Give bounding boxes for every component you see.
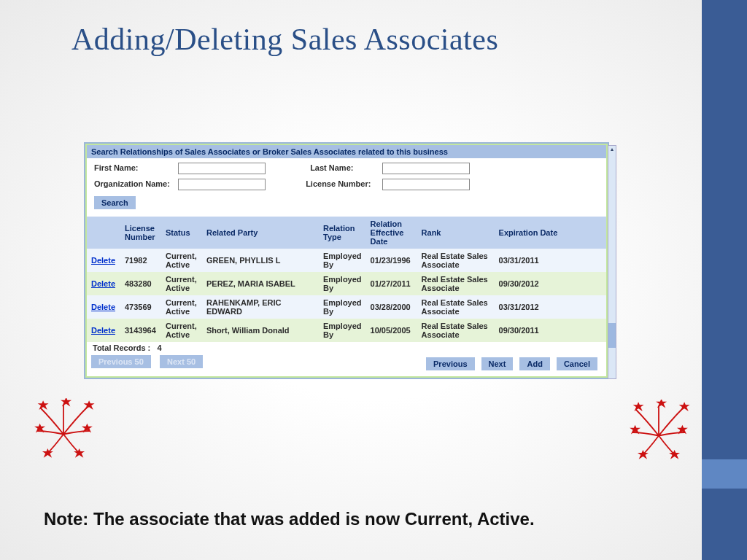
footer-buttons: Previous Next Add Cancel <box>422 357 597 370</box>
next-button[interactable]: Next <box>481 357 514 370</box>
cell-license: 473569 <box>120 295 161 319</box>
table-row: Delete71982Current, ActiveGREEN, PHYLLIS… <box>87 249 606 272</box>
search-area: First Name: Last Name: Organization Name… <box>87 158 606 212</box>
previous-50-button[interactable]: Previous 50 <box>91 355 151 368</box>
previous-button[interactable]: Previous <box>426 357 474 370</box>
cell-effdate: 10/05/2005 <box>366 319 417 342</box>
svg-marker-10 <box>632 427 638 432</box>
slide-note: Note: The associate that was added is no… <box>44 509 535 529</box>
col-exp: Expiration Date <box>495 217 606 249</box>
cell-effdate: 01/27/2011 <box>366 272 417 295</box>
firework-icon <box>626 400 692 465</box>
license-number-input[interactable] <box>382 179 470 190</box>
cell-status: Current, Active <box>161 249 202 272</box>
svg-marker-11 <box>679 427 686 432</box>
cell-rtype: Employed By <box>319 319 366 342</box>
cell-rank: Real Estate Sales Associate <box>417 319 495 342</box>
col-status: Status <box>161 217 202 249</box>
label-license-number: License Number: <box>306 179 380 188</box>
svg-marker-0 <box>40 402 47 408</box>
cell-rank: Real Estate Sales Associate <box>417 272 495 295</box>
cell-party: RAHENKAMP, ERIC EDWARD <box>202 295 319 319</box>
cell-status: Current, Active <box>161 272 202 295</box>
scroll-up-icon: ▴ <box>608 146 616 153</box>
label-last-name: Last Name: <box>310 163 380 172</box>
delete-link[interactable]: Delete <box>91 303 115 311</box>
results-table: License Number Status Related Party Rela… <box>87 217 606 342</box>
org-name-input[interactable] <box>178 179 266 190</box>
firework-icon <box>31 398 96 464</box>
svg-marker-4 <box>84 425 90 431</box>
cell-exp: 03/31/2011 <box>495 249 606 272</box>
col-party: Related Party <box>202 217 319 249</box>
cell-exp: 03/31/2012 <box>495 295 606 319</box>
delete-link[interactable]: Delete <box>91 279 115 288</box>
svg-marker-2 <box>86 402 93 408</box>
cancel-button[interactable]: Cancel <box>557 357 597 370</box>
svg-marker-3 <box>36 425 43 431</box>
add-button[interactable]: Add <box>519 357 549 370</box>
delete-link[interactable]: Delete <box>91 326 115 335</box>
label-first-name: First Name: <box>94 163 176 172</box>
search-button[interactable]: Search <box>94 196 136 209</box>
scrollbar[interactable]: ▴ <box>608 145 616 379</box>
app-panel: Search Relationships of Sales Associates… <box>84 142 609 379</box>
col-effdate: Relation Effective Date <box>366 217 417 249</box>
svg-marker-1 <box>63 399 69 405</box>
cell-party: Short, William Donald <box>202 319 319 342</box>
svg-marker-8 <box>658 400 665 406</box>
cell-rank: Real Estate Sales Associate <box>417 295 495 319</box>
svg-marker-9 <box>681 403 688 409</box>
col-rank: Rank <box>417 217 495 249</box>
cell-exp: 09/30/2011 <box>495 319 606 342</box>
col-action <box>87 217 120 249</box>
table-row: Delete473569Current, ActiveRAHENKAMP, ER… <box>87 295 606 319</box>
cell-license: 3143964 <box>120 319 161 342</box>
svg-marker-7 <box>635 403 642 409</box>
cell-party: PEREZ, MARIA ISABEL <box>202 272 319 295</box>
cell-exp: 09/30/2012 <box>495 272 606 295</box>
cell-effdate: 03/28/2000 <box>366 295 417 319</box>
cell-status: Current, Active <box>161 319 202 342</box>
label-org-name: Organization Name: <box>94 179 189 188</box>
cell-rtype: Employed By <box>319 295 366 319</box>
side-accent <box>702 459 747 489</box>
slide-title: Adding/Deleting Sales Associates <box>71 22 747 57</box>
table-row: Delete483280Current, ActivePEREZ, MARIA … <box>87 272 606 295</box>
first-name-input[interactable] <box>178 163 266 174</box>
cell-effdate: 01/23/1996 <box>366 249 417 272</box>
next-50-button[interactable]: Next 50 <box>160 355 203 368</box>
totals-value: 4 <box>157 343 161 352</box>
scroll-thumb[interactable] <box>608 323 616 348</box>
cell-status: Current, Active <box>161 295 202 319</box>
cell-license: 71982 <box>120 249 161 272</box>
delete-link[interactable]: Delete <box>91 256 115 265</box>
col-rtype: Relation Type <box>319 217 366 249</box>
cell-license: 483280 <box>120 272 161 295</box>
col-license: License Number <box>120 217 161 249</box>
totals-label: Total Records : <box>93 343 150 352</box>
cell-rtype: Employed By <box>319 249 366 272</box>
cell-party: GREEN, PHYLLIS L <box>202 249 319 272</box>
total-records: Total Records : 4 <box>87 342 606 354</box>
panel-header: Search Relationships of Sales Associates… <box>87 145 606 158</box>
table-row: Delete3143964Current, ActiveShort, Willi… <box>87 319 606 342</box>
last-name-input[interactable] <box>382 163 470 174</box>
cell-rtype: Employed By <box>319 272 366 295</box>
cell-rank: Real Estate Sales Associate <box>417 249 495 272</box>
